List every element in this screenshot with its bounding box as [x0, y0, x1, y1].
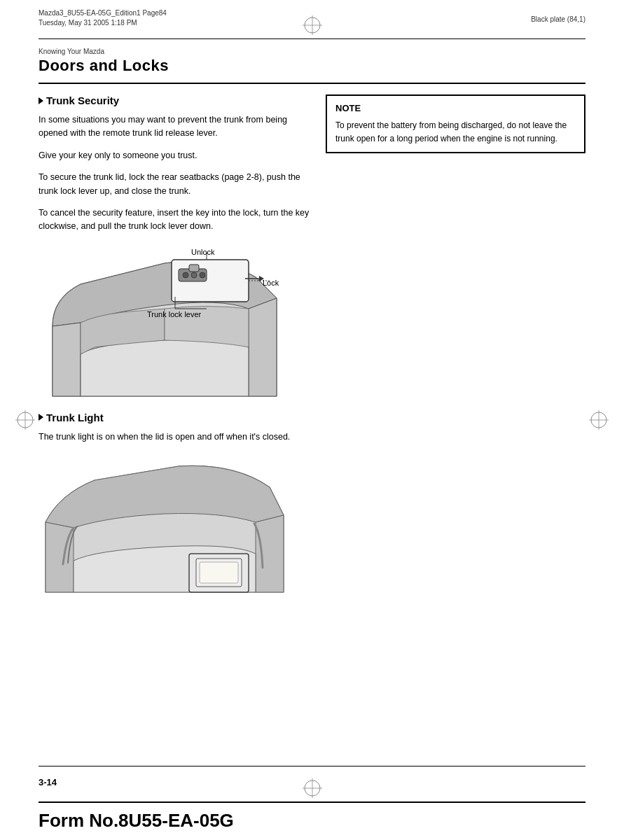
reg-mark-top: [303, 15, 322, 35]
meta-line1: Mazda3_8U55-EA-05G_Edition1 Page84: [39, 8, 167, 18]
section-title-line: [39, 83, 585, 84]
reg-mark-right: [589, 410, 609, 430]
header-meta: Mazda3_8U55-EA-05G_Edition1 Page84 Tuesd…: [39, 8, 167, 28]
trunk-security-heading: Trunk Security: [39, 94, 312, 106]
svg-point-15: [183, 272, 188, 278]
main-content: Trunk Security In some situations you ma…: [39, 94, 585, 756]
trunk-lever-label: Trunk lock lever: [147, 310, 201, 318]
note-box: NOTE To prevent the battery from being d…: [326, 94, 585, 153]
svg-point-16: [191, 272, 197, 278]
page-number: 3-14: [39, 777, 57, 788]
trunk-light-title: Trunk Light: [46, 412, 104, 424]
trunk-security-para2: Give your key only to someone you trust.: [39, 149, 312, 162]
section-category: Knowing Your Mazda: [39, 48, 169, 55]
top-separator: [39, 38, 585, 39]
section-header: Knowing Your Mazda Doors and Locks: [39, 48, 169, 75]
trunk-security-para1: In some situations you may want to preve…: [39, 113, 312, 141]
form-number-bar: Form No.8U55-EA-05G: [39, 802, 585, 832]
trunk-light-section: Trunk Light The trunk light is on when t…: [39, 412, 312, 606]
svg-rect-26: [200, 562, 238, 583]
trunk-light-para1: The trunk light is on when the lid is op…: [39, 430, 312, 444]
reg-mark-bottom: [303, 778, 322, 798]
header-plate: Black plate (84,1): [531, 15, 585, 23]
lock-label: Lock: [263, 279, 279, 287]
svg-point-17: [200, 272, 205, 278]
trunk-security-para4: To cancel the security feature, insert t…: [39, 206, 312, 234]
trunk-security-diagram: Unlock Lock Trunk lock lever: [39, 242, 291, 403]
left-column: Trunk Security In some situations you ma…: [39, 94, 312, 756]
trunk-light-heading: Trunk Light: [39, 412, 312, 424]
trunk-security-title: Trunk Security: [46, 94, 119, 106]
note-title: NOTE: [335, 103, 576, 113]
note-text: To prevent the battery from being discha…: [335, 119, 576, 145]
form-number-text: Form No.8U55-EA-05G: [39, 810, 234, 832]
meta-line2: Tuesday, May 31 2005 1:18 PM: [39, 18, 167, 28]
bottom-separator: [39, 766, 585, 766]
trunk-light-diagram: [39, 452, 291, 606]
svg-rect-14: [189, 265, 199, 272]
triangle-icon: [39, 97, 43, 104]
trunk-security-para3: To secure the trunk lid, lock the rear s…: [39, 171, 312, 198]
section-title: Doors and Locks: [39, 57, 169, 75]
page-wrapper: Mazda3_8U55-EA-05G_Edition1 Page84 Tuesd…: [0, 0, 624, 840]
reg-mark-left: [15, 410, 35, 430]
unlock-label: Unlock: [191, 248, 215, 256]
right-column: NOTE To prevent the battery from being d…: [326, 94, 585, 756]
triangle-icon-2: [39, 414, 43, 421]
